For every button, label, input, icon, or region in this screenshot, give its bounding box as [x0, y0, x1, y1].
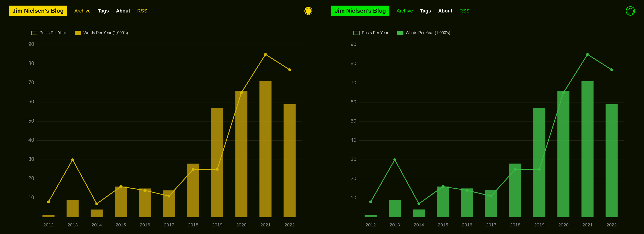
- chart-svg-green: 1020304050607080902012201320142015201620…: [340, 40, 631, 231]
- svg-point-95: [466, 189, 468, 191]
- brand-yellow[interactable]: Jim Nielsen's Blog: [9, 6, 67, 16]
- svg-text:80: 80: [28, 60, 34, 66]
- nav-tags-green[interactable]: Tags: [420, 8, 431, 14]
- svg-point-97: [514, 168, 516, 170]
- navbar-green: Jim Nielsen's Blog Archive Tags About RS…: [322, 0, 644, 22]
- svg-rect-32: [115, 186, 127, 217]
- svg-rect-29: [42, 215, 54, 217]
- svg-text:2022: 2022: [284, 222, 295, 227]
- svg-rect-34: [163, 190, 175, 217]
- svg-rect-37: [236, 91, 248, 217]
- svg-text:80: 80: [351, 60, 356, 66]
- svg-text:2020: 2020: [236, 222, 246, 227]
- svg-text:2017: 2017: [164, 222, 174, 227]
- svg-text:30: 30: [351, 156, 356, 162]
- svg-rect-31: [90, 209, 102, 217]
- svg-rect-87: [534, 108, 546, 217]
- svg-text:2015: 2015: [116, 222, 126, 227]
- svg-text:2018: 2018: [188, 222, 198, 227]
- panel-green: Jim Nielsen's Blog Archive Tags About RS…: [322, 0, 644, 234]
- legend-words-icon-yellow: [75, 31, 81, 35]
- svg-text:60: 60: [351, 99, 356, 105]
- svg-text:10: 10: [28, 194, 34, 200]
- svg-text:2013: 2013: [390, 222, 400, 227]
- svg-rect-81: [389, 200, 401, 217]
- legend-yellow: Posts Per Year Words Per Year (1,000's): [31, 31, 309, 35]
- svg-point-41: [72, 159, 74, 161]
- nav-tags-yellow[interactable]: Tags: [98, 8, 109, 14]
- svg-rect-86: [509, 164, 521, 217]
- svg-text:2020: 2020: [558, 222, 568, 227]
- svg-text:2017: 2017: [486, 222, 496, 227]
- svg-text:2016: 2016: [140, 222, 150, 227]
- svg-text:2016: 2016: [462, 222, 472, 227]
- svg-text:2014: 2014: [414, 222, 424, 227]
- svg-rect-33: [139, 188, 151, 217]
- svg-text:2021: 2021: [582, 222, 592, 227]
- svg-text:70: 70: [351, 80, 356, 85]
- svg-rect-89: [582, 81, 594, 217]
- chart-svg-yellow: 1020304050607080902012201320142015201620…: [18, 40, 309, 231]
- svg-text:2015: 2015: [438, 222, 448, 227]
- svg-text:2012: 2012: [366, 222, 376, 227]
- nav-rss-green[interactable]: RSS: [460, 8, 470, 14]
- svg-point-92: [394, 158, 396, 161]
- svg-text:60: 60: [28, 99, 34, 105]
- legend-posts-icon-yellow: [31, 31, 38, 35]
- svg-point-91: [370, 200, 372, 203]
- nav-about-green[interactable]: About: [438, 8, 452, 14]
- svg-point-50: [288, 68, 290, 71]
- chart-green: 1020304050607080902012201320142015201620…: [340, 40, 631, 231]
- nav-archive-green[interactable]: Archive: [396, 8, 413, 14]
- svg-point-40: [48, 201, 50, 203]
- svg-point-44: [144, 189, 146, 191]
- svg-rect-38: [260, 81, 272, 217]
- theme-toggle-yellow[interactable]: [304, 6, 313, 16]
- svg-text:10: 10: [351, 194, 356, 200]
- svg-rect-30: [66, 200, 78, 217]
- chart-area-green: Posts Per Year Words Per Year (1,000's) …: [322, 22, 644, 234]
- svg-rect-39: [284, 104, 296, 217]
- nav-rss-yellow[interactable]: RSS: [137, 8, 147, 14]
- svg-rect-83: [437, 186, 449, 217]
- svg-point-94: [442, 185, 444, 188]
- svg-text:2012: 2012: [44, 222, 54, 227]
- svg-rect-35: [187, 164, 199, 217]
- svg-rect-85: [485, 190, 497, 217]
- svg-point-42: [96, 202, 98, 205]
- nav-about-yellow[interactable]: About: [116, 8, 130, 14]
- svg-text:2018: 2018: [510, 222, 520, 227]
- navbar-yellow: Jim Nielsen's Blog Archive Tags About RS…: [0, 0, 322, 22]
- svg-point-100: [586, 53, 588, 56]
- nav-archive-yellow[interactable]: Archive: [74, 8, 90, 14]
- svg-point-45: [168, 195, 170, 197]
- theme-toggle-green[interactable]: [626, 6, 635, 16]
- legend-words-yellow: Words Per Year (1,000's): [75, 31, 128, 35]
- panel-yellow: Jim Nielsen's Blog Archive Tags About RS…: [0, 0, 322, 234]
- svg-point-48: [240, 92, 242, 94]
- svg-point-47: [216, 168, 218, 170]
- svg-text:50: 50: [28, 118, 34, 124]
- legend-posts-yellow: Posts Per Year: [31, 31, 66, 35]
- svg-text:2014: 2014: [92, 222, 102, 227]
- svg-point-99: [562, 92, 564, 94]
- legend-words-icon-green: [397, 31, 404, 35]
- svg-text:40: 40: [28, 137, 34, 143]
- legend-posts-green: Posts Per Year: [354, 31, 388, 35]
- svg-text:2013: 2013: [68, 222, 78, 227]
- svg-rect-36: [211, 108, 223, 217]
- svg-point-96: [490, 195, 492, 197]
- svg-text:2022: 2022: [606, 222, 617, 227]
- chart-yellow: 1020304050607080902012201320142015201620…: [18, 40, 309, 231]
- svg-text:20: 20: [28, 175, 34, 181]
- svg-point-98: [538, 168, 540, 170]
- svg-rect-80: [365, 215, 377, 217]
- chart-area-yellow: Posts Per Year Words Per Year (1,000's) …: [0, 22, 322, 234]
- svg-rect-82: [413, 209, 425, 217]
- svg-point-101: [610, 69, 612, 71]
- brand-green[interactable]: Jim Nielsen's Blog: [331, 6, 390, 16]
- svg-text:2019: 2019: [534, 222, 544, 227]
- svg-point-43: [120, 185, 122, 188]
- svg-rect-90: [606, 104, 618, 217]
- svg-text:2019: 2019: [212, 222, 222, 227]
